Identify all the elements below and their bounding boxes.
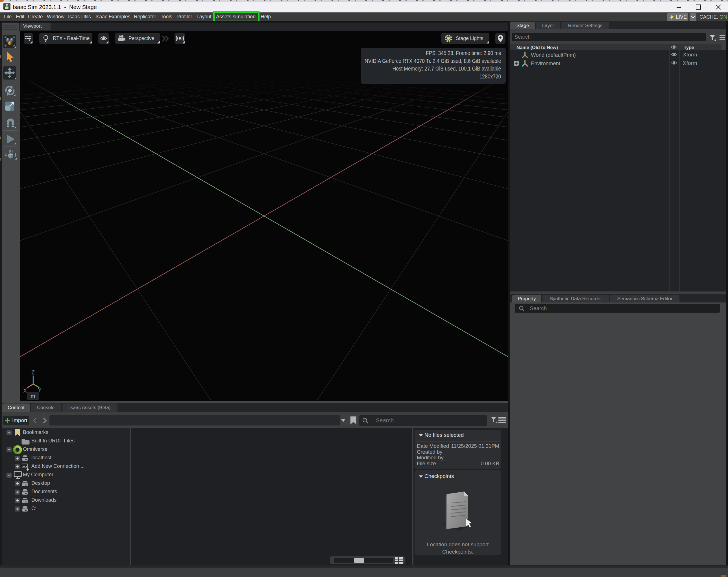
svg-text:Z: Z [31, 369, 35, 376]
svg-text:X: X [23, 387, 27, 393]
